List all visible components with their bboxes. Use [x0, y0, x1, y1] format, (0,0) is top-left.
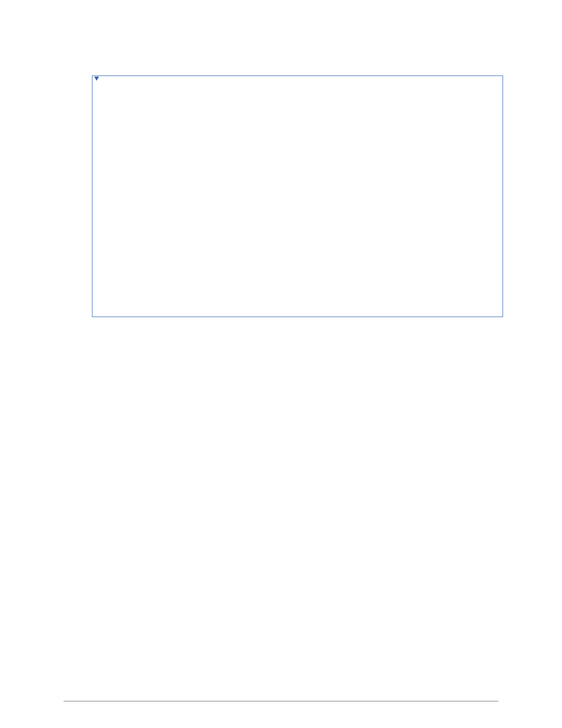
chart-legend [95, 309, 500, 312]
chart-container [92, 75, 503, 317]
chart-title [95, 80, 500, 85]
chart-plot [100, 85, 495, 309]
chart-menu-icon[interactable] [94, 77, 99, 81]
page-footer [64, 701, 498, 707]
